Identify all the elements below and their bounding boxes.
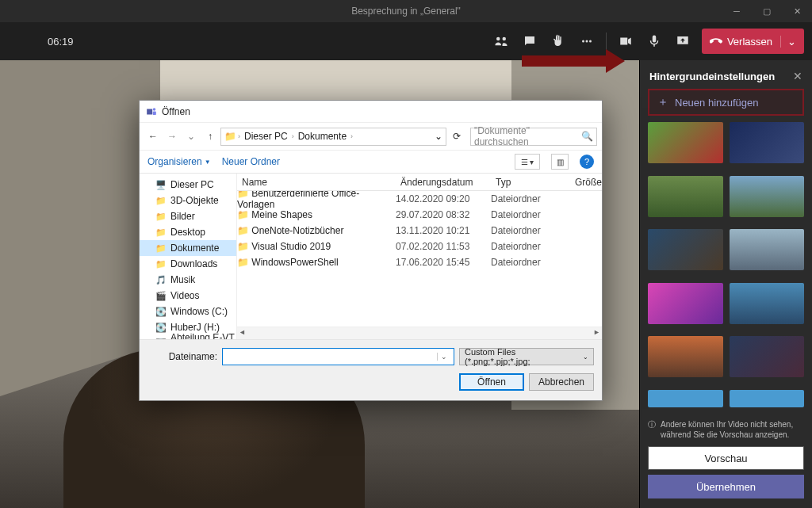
cancel-button[interactable]: Abbrechen [529,373,594,391]
nav-item-label: Videos [170,290,199,301]
column-headers[interactable]: Name Änderungsdatum Typ Größe [237,174,602,191]
search-input[interactable]: "Dokumente" durchsuchen 🔍 [470,128,597,146]
open-button[interactable]: Öffnen [459,373,524,391]
file-row[interactable]: 📁 WindowsPowerShell17.06.2020 15:45Datei… [237,254,602,270]
close-button[interactable]: ✕ [782,0,812,22]
svg-point-4 [153,108,156,111]
background-option[interactable] [648,390,723,407]
background-option[interactable] [648,283,723,324]
nav-item-label: Dieser PC [170,179,214,190]
file-name: Meine Shapes [251,209,312,220]
file-row[interactable]: 📁 Meine Shapes29.07.2020 08:32Dateiordne… [237,207,602,223]
pc-icon: 🖥️ [155,179,167,190]
background-option[interactable] [648,336,723,377]
nav-item[interactable]: 📁Downloads [140,256,236,272]
nav-item[interactable]: 🎬Videos [140,288,236,304]
minimize-button[interactable]: ─ [722,0,752,22]
leave-button[interactable]: Verlassen ⌄ [702,29,804,54]
participants-icon[interactable] [487,27,515,55]
folder-icon: 📁 [155,211,167,222]
add-new-background-button[interactable]: ＋ Neuen hinzufügen [648,89,804,116]
filename-field[interactable] [226,351,437,362]
info-icon: ⓘ [648,419,656,440]
file-type: Dateiordner [491,257,570,268]
new-folder-button[interactable]: Neuer Ordner [222,156,280,167]
file-type: Dateiordner [491,209,570,220]
file-row[interactable]: 📁 Benutzerdefinierte Office-Vorlagen14.0… [237,191,602,207]
file-name: Visual Studio 2019 [251,241,331,252]
background-option[interactable] [730,336,805,377]
folder-icon: 📁 [237,209,249,220]
view-options-button[interactable]: ☰ ▾ [515,154,540,170]
apply-button[interactable]: Übernehmen [648,475,804,498]
background-option[interactable] [648,122,723,163]
breadcrumb-segment[interactable]: Dokumente [296,131,349,142]
back-button[interactable]: ← [144,128,162,145]
up-button[interactable]: ↑ [201,128,219,145]
nav-item[interactable]: 📁Dokumente [140,240,236,256]
background-option[interactable] [648,229,723,270]
share-screen-icon[interactable] [668,27,697,55]
svg-rect-3 [147,109,152,114]
add-new-label: Neuen hinzufügen [675,97,759,109]
file-type: Dateiordner [491,225,570,236]
maximize-button[interactable]: ▢ [752,0,782,22]
search-placeholder: "Dokumente" durchsuchen [474,125,581,147]
close-panel-button[interactable]: ✕ [793,70,802,82]
leave-label: Verlassen [727,36,772,48]
svg-rect-5 [153,111,156,115]
background-option[interactable] [648,176,723,217]
background-option[interactable] [730,390,805,407]
nav-item-label: 3D-Objekte [170,195,219,206]
horizontal-scrollbar[interactable] [237,327,602,339]
background-option[interactable] [730,176,805,217]
nav-item[interactable]: 🖥️Dieser PC [140,177,236,193]
col-type[interactable]: Typ [491,177,570,188]
svg-point-1 [585,40,588,43]
file-name: Benutzerdefinierte Office-Vorlagen [237,191,359,210]
microphone-icon[interactable] [640,27,668,55]
chevron-down-icon[interactable]: ⌄ [437,353,450,361]
chevron-down-icon[interactable]: ⌄ [780,36,796,48]
refresh-button[interactable]: ⟳ [448,131,465,142]
background-option[interactable] [730,122,805,163]
preview-button[interactable]: Vorschau [648,446,804,470]
filename-input[interactable]: ⌄ [222,348,454,365]
breadcrumb[interactable]: 📁 › Dieser PC › Dokumente › ⌄ [220,128,446,146]
nav-item[interactable]: 💽Windows (C:) [140,304,236,319]
folder-icon: 📁 [237,241,249,252]
meeting-duration: 06:19 [48,36,74,48]
nav-item[interactable]: 🎵Musik [140,272,236,288]
nav-item[interactable]: 📁Bilder [140,208,236,224]
organize-menu[interactable]: Organisieren ▼ [147,156,211,167]
forward-button[interactable]: → [163,128,181,145]
music-icon: 🎵 [155,274,167,285]
window-titlebar: Besprechung in „General" ─ ▢ ✕ [0,0,812,22]
file-row[interactable]: 📁 OneNote-Notizbücher13.11.2020 10:21Dat… [237,223,602,239]
breadcrumb-segment[interactable]: Dieser PC [242,131,290,142]
nav-item[interactable]: 📁Desktop [140,224,236,240]
file-type-filter[interactable]: Custom Files (*.png;*.pjp;*.jpg; ⌄ [459,348,594,365]
file-row[interactable]: 📁 Visual Studio 201907.02.2020 11:53Date… [237,239,602,254]
col-size[interactable]: Größe [570,177,602,188]
filename-label: Dateiname: [147,351,217,362]
nav-item-label: Abteilung E-VT ( [170,332,236,339]
background-thumbnails [640,122,812,413]
nav-item-label: HuberJ (H:) [170,322,220,333]
background-option[interactable] [730,229,805,270]
folder-icon: 📁 [224,131,236,142]
nav-item-label: Bilder [170,211,195,222]
help-button[interactable]: ? [580,155,594,169]
col-name[interactable]: Name [237,177,396,188]
col-date[interactable]: Änderungsdatum [396,177,491,188]
background-option[interactable] [730,283,805,324]
chevron-down-icon[interactable]: ⌄ [435,131,442,142]
file-date: 07.02.2020 11:53 [396,241,491,252]
nav-item-label: Downloads [170,258,217,269]
preview-pane-button[interactable]: ▥ [551,154,569,170]
file-name: WindowsPowerShell [251,257,338,268]
drive-icon: 💽 [155,306,167,317]
recent-locations-button[interactable]: ⌄ [182,128,200,145]
nav-item[interactable]: 📁3D-Objekte [140,193,236,208]
folder-icon: 📁 [155,195,167,206]
